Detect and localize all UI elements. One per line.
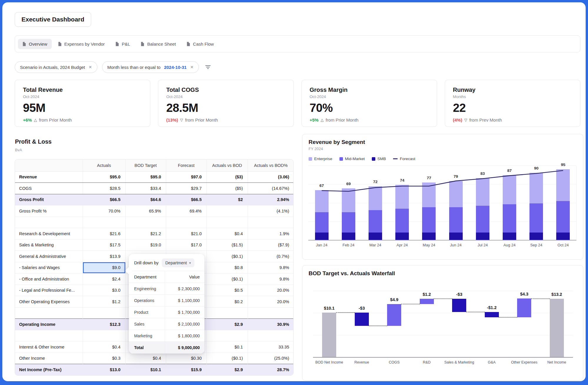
pnl-cell[interactable]: 9.8% (248, 273, 294, 285)
pnl-cell[interactable]: 69.4% (166, 205, 206, 217)
pnl-cell[interactable]: $64.6 (125, 194, 166, 205)
filter-chip[interactable]: Scenario in Actuals, 2024 Budget✕ (15, 61, 97, 73)
pnl-row-label[interactable]: General & Administrative (15, 251, 83, 262)
pnl-cell[interactable]: $13.0 (83, 364, 125, 376)
pnl-cell[interactable]: $21.2 (125, 228, 166, 240)
pnl-cell[interactable]: (4.1%) (248, 205, 294, 217)
waterfall-bar-g-a[interactable] (485, 312, 499, 317)
tab-p-l[interactable]: P&L (111, 39, 134, 49)
pnl-cell[interactable]: 20.0% (248, 285, 294, 296)
waterfall-bar-net-income[interactable] (550, 299, 564, 357)
pnl-row-label[interactable]: Interest & Other Income (15, 341, 83, 353)
pnl-cell[interactable]: $3.0 (83, 285, 125, 296)
tab-balance-sheet[interactable]: Balance Sheet (136, 39, 180, 49)
pnl-cell[interactable]: $12.3 (83, 319, 125, 330)
pnl-cell[interactable]: $66.5 (166, 194, 206, 205)
pnl-cell[interactable]: ($0.1) (206, 251, 248, 262)
pnl-cell[interactable]: 33.35 (248, 341, 294, 353)
pnl-cell[interactable]: $0.3 (83, 353, 125, 364)
tab-overview[interactable]: Overview (18, 39, 52, 49)
pnl-cell[interactable]: ($7.9) (248, 239, 294, 251)
pnl-row-label[interactable]: Gross Profit (15, 194, 83, 205)
segment-bar-may-24[interactable] (422, 182, 436, 240)
pnl-cell[interactable]: ($0.1) (206, 353, 248, 364)
waterfall-bar-other-expenses[interactable] (517, 298, 531, 318)
waterfall-bar-revenue[interactable] (355, 313, 369, 326)
waterfall-bar-bod-net-income[interactable] (322, 313, 336, 357)
pnl-row-label[interactable]: Gross Profit % (15, 205, 83, 217)
pnl-row-label[interactable]: Operating Income (15, 319, 83, 330)
pnl-cell[interactable]: $0.4 (125, 353, 166, 364)
pnl-cell[interactable]: $13.9 (83, 251, 125, 262)
pnl-cell[interactable]: 28.7% (248, 364, 294, 376)
pnl-cell[interactable]: 70.0% (83, 205, 125, 217)
pnl-cell[interactable]: $19.0 (125, 239, 166, 251)
pnl-cell[interactable]: $2 (206, 194, 248, 205)
pnl-cell[interactable]: $0.4 (83, 341, 125, 353)
filter-icon[interactable] (204, 64, 212, 71)
pnl-row-label[interactable]: - Salaries and Wages (15, 262, 83, 273)
segment-bar-apr-24[interactable] (395, 185, 409, 240)
pnl-cell[interactable]: ($0.1) (206, 273, 248, 285)
pnl-row-label[interactable]: Other Operating Expenses (15, 296, 83, 308)
pnl-cell[interactable]: $0.4 (206, 228, 248, 240)
drilldown-dimension-select[interactable]: Department ▾ (162, 258, 194, 267)
pnl-cell[interactable]: $10.1 (125, 364, 166, 376)
pnl-row-label[interactable]: Revenue (15, 171, 83, 183)
segment-bar-mar-24[interactable] (369, 186, 382, 240)
pnl-cell-selected[interactable]: $9.0 (83, 262, 125, 273)
pnl-cell[interactable]: $21.6 (83, 228, 125, 240)
pnl-cell[interactable]: (14.67%) (248, 183, 294, 194)
pnl-cell[interactable]: $17.0 (166, 239, 206, 251)
waterfall-bar-sales-marketing[interactable] (452, 299, 466, 312)
pnl-cell[interactable]: ($5) (206, 183, 248, 194)
pnl-row-label[interactable]: Other Income (15, 353, 83, 364)
close-icon[interactable]: ✕ (89, 65, 92, 69)
segment-bar-sep-24[interactable] (529, 173, 543, 240)
pnl-cell[interactable]: $2.4 (83, 273, 125, 285)
segment-bar-jun-24[interactable] (449, 181, 463, 240)
pnl-cell[interactable]: 1.9% (248, 228, 294, 240)
pnl-cell[interactable]: $0.2 (206, 296, 248, 308)
pnl-row-label[interactable]: COGS (15, 183, 83, 194)
pnl-cell[interactable]: $29.7 (166, 183, 206, 194)
pnl-cell[interactable]: (3.06) (248, 171, 294, 183)
close-icon[interactable]: ✕ (190, 65, 194, 69)
pnl-cell[interactable]: 9.8% (248, 262, 294, 273)
pnl-cell[interactable]: (0.7%) (248, 251, 294, 262)
pnl-cell[interactable]: $21.0 (166, 228, 206, 240)
pnl-cell[interactable]: ($1.5) (206, 239, 248, 251)
pnl-cell[interactable] (206, 205, 248, 217)
segment-bar-jan-24[interactable] (315, 190, 329, 240)
pnl-cell[interactable]: ($3) (206, 171, 248, 183)
pnl-cell[interactable]: 30.9% (248, 319, 294, 330)
pnl-row-label[interactable]: Sales & Marketing (15, 239, 83, 251)
pnl-cell[interactable]: 20.0% (248, 296, 294, 308)
pnl-cell[interactable]: $2.9 (206, 364, 248, 376)
segment-bar-feb-24[interactable] (342, 188, 355, 240)
pnl-cell[interactable]: $95.0 (125, 171, 166, 183)
waterfall-bar-r-d[interactable] (420, 299, 434, 304)
tab-expenses-by-vendor[interactable]: Expenses by Vendor (54, 39, 109, 49)
pnl-cell[interactable]: $95.0 (83, 171, 125, 183)
pnl-cell[interactable]: (25.0%) (248, 353, 294, 364)
pnl-cell[interactable]: $1.2 (83, 296, 125, 308)
segment-bar-aug-24[interactable] (503, 175, 516, 240)
pnl-cell[interactable]: $15.9 (166, 364, 206, 376)
pnl-cell[interactable]: $97.0 (166, 171, 206, 183)
pnl-row-label[interactable]: Net Income (Pre-Tax) (15, 364, 83, 376)
pnl-cell[interactable]: $28.5 (83, 183, 125, 194)
pnl-cell[interactable]: $33.4 (125, 183, 166, 194)
pnl-cell[interactable]: $66.5 (83, 194, 125, 205)
pnl-row-label[interactable]: - Legal and Professional Fe... (15, 285, 83, 296)
waterfall-bar-cogs[interactable] (387, 304, 401, 326)
pnl-cell[interactable]: $0.8 (206, 262, 248, 273)
segment-bar-jul-24[interactable] (476, 178, 489, 240)
pnl-row-label[interactable]: Research & Developement (15, 228, 83, 240)
pnl-cell[interactable]: $0.1 (206, 341, 248, 353)
pnl-cell[interactable]: 2.94% (248, 194, 294, 205)
pnl-row-label[interactable]: - Office and Administration (15, 273, 83, 285)
pnl-cell[interactable]: $17.5 (83, 239, 125, 251)
pnl-cell[interactable]: $0.5 (206, 285, 248, 296)
filter-chip[interactable]: Month less than or equal to 2024-10-31✕ (102, 61, 199, 73)
